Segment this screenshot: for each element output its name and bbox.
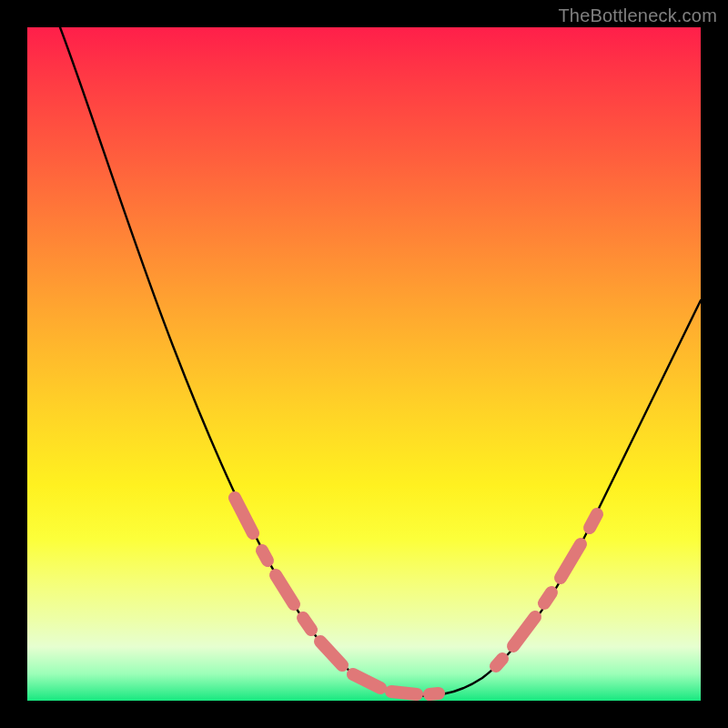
watermark-text: TheBottleneck.com bbox=[558, 5, 717, 26]
chart-frame: TheBottleneck.com bbox=[0, 0, 728, 728]
bottleneck-curve bbox=[60, 27, 701, 696]
curve-layer bbox=[27, 27, 701, 701]
plot-area bbox=[27, 27, 701, 701]
highlight-left bbox=[235, 498, 439, 694]
highlight-right bbox=[496, 514, 597, 666]
